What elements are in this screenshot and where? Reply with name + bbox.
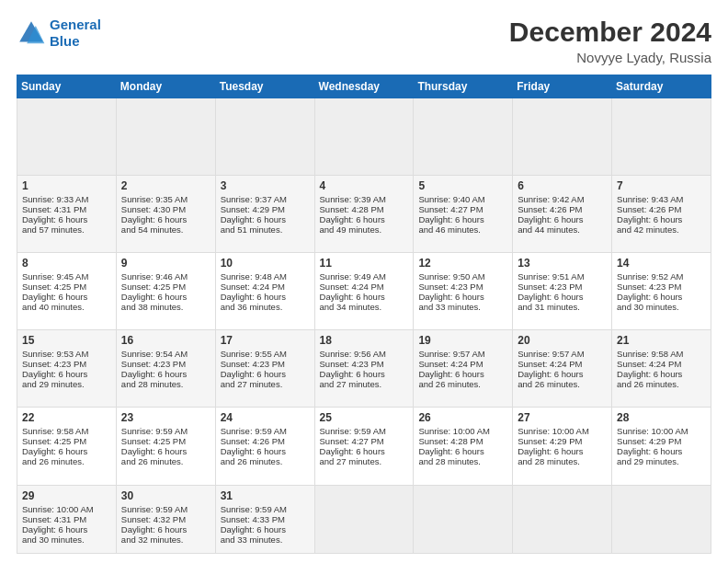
calendar-cell: 12Sunrise: 9:50 AMSunset: 4:23 PMDayligh… [414, 253, 513, 330]
calendar-header-row: SundayMondayTuesdayWednesdayThursdayFrid… [17, 75, 711, 98]
day-info-line: Sunset: 4:28 PM [320, 204, 409, 214]
day-info-line: and 31 minutes. [518, 302, 607, 312]
day-info-line: Sunset: 4:27 PM [418, 204, 507, 214]
calendar-cell: 9Sunrise: 9:46 AMSunset: 4:25 PMDaylight… [116, 253, 215, 330]
day-info-line: Sunrise: 9:37 AM [221, 194, 310, 204]
day-info-line: Sunset: 4:24 PM [418, 359, 507, 369]
calendar-cell [215, 98, 314, 176]
day-number: 31 [221, 489, 310, 502]
day-info-line: Sunset: 4:23 PM [22, 359, 111, 369]
day-number: 30 [121, 489, 210, 502]
day-info-line: Sunset: 4:31 PM [22, 204, 111, 214]
day-info-line: Daylight: 6 hours [320, 369, 409, 379]
day-info-line: and 42 minutes. [617, 224, 706, 235]
day-number: 28 [617, 411, 706, 424]
day-number: 11 [320, 257, 409, 270]
day-info-line: Sunset: 4:29 PM [221, 204, 310, 214]
logo-line2: Blue [50, 33, 80, 49]
calendar-cell: 3Sunrise: 9:37 AMSunset: 4:29 PMDaylight… [215, 176, 314, 253]
day-info-line: Daylight: 6 hours [221, 214, 310, 224]
logo-line1: General [50, 17, 101, 32]
day-info-line: Sunset: 4:23 PM [320, 359, 409, 369]
col-header-tuesday: Tuesday [215, 75, 314, 98]
day-info-line: and 33 minutes. [418, 302, 507, 312]
day-number: 1 [22, 179, 111, 192]
page: General Blue December 2024 Novyye Lyady,… [0, 0, 728, 563]
calendar-cell: 10Sunrise: 9:48 AMSunset: 4:24 PMDayligh… [215, 253, 314, 330]
day-info-line: Sunset: 4:25 PM [22, 436, 111, 446]
day-info-line: Sunrise: 9:48 AM [221, 271, 310, 282]
calendar-cell: 22Sunrise: 9:58 AMSunset: 4:25 PMDayligh… [17, 408, 117, 485]
day-number: 9 [121, 257, 210, 270]
day-info-line: Daylight: 6 hours [22, 524, 111, 534]
day-info-line: Sunrise: 9:39 AM [320, 194, 409, 204]
day-info-line: Daylight: 6 hours [320, 292, 409, 302]
calendar-cell [612, 485, 711, 553]
day-info-line: Daylight: 6 hours [418, 214, 507, 224]
day-number: 14 [617, 257, 706, 270]
logo: General Blue [17, 17, 101, 50]
day-info-line: and 26 minutes. [22, 456, 111, 466]
calendar-cell: 24Sunrise: 9:59 AMSunset: 4:26 PMDayligh… [215, 408, 314, 485]
day-info-line: and 34 minutes. [320, 302, 409, 312]
day-info-line: Daylight: 6 hours [121, 446, 210, 456]
calendar-cell: 11Sunrise: 9:49 AMSunset: 4:24 PMDayligh… [314, 253, 414, 330]
day-info-line: and 29 minutes. [22, 379, 111, 389]
day-number: 7 [617, 179, 706, 192]
day-info-line: Sunset: 4:23 PM [518, 282, 607, 292]
day-info-line: and 29 minutes. [617, 456, 706, 466]
calendar-cell: 8Sunrise: 9:45 AMSunset: 4:25 PMDaylight… [17, 253, 117, 330]
day-info-line: Sunrise: 10:00 AM [418, 426, 507, 436]
day-info-line: and 26 minutes. [121, 456, 210, 466]
day-info-line: Daylight: 6 hours [518, 214, 607, 224]
col-header-friday: Friday [513, 75, 612, 98]
calendar-cell: 21Sunrise: 9:58 AMSunset: 4:24 PMDayligh… [612, 330, 711, 408]
day-info-line: and 36 minutes. [221, 302, 310, 312]
calendar-cell [17, 98, 117, 176]
day-info-line: and 33 minutes. [221, 534, 310, 545]
calendar-cell: 16Sunrise: 9:54 AMSunset: 4:23 PMDayligh… [116, 330, 215, 408]
day-info-line: and 26 minutes. [518, 379, 607, 389]
day-info-line: Daylight: 6 hours [121, 524, 210, 534]
day-info-line: and 51 minutes. [221, 224, 310, 235]
day-info-line: Sunset: 4:29 PM [518, 436, 607, 446]
day-info-line: Sunset: 4:25 PM [22, 282, 111, 292]
day-info-line: Sunset: 4:23 PM [121, 359, 210, 369]
calendar-cell [314, 98, 414, 176]
calendar-cell: 14Sunrise: 9:52 AMSunset: 4:23 PMDayligh… [612, 253, 711, 330]
day-info-line: Daylight: 6 hours [221, 292, 310, 302]
calendar-cell [116, 98, 215, 176]
day-info-line: Sunset: 4:23 PM [418, 282, 507, 292]
day-info-line: Sunrise: 9:40 AM [418, 194, 507, 204]
day-info-line: Daylight: 6 hours [22, 446, 111, 456]
day-info-line: Sunrise: 9:45 AM [22, 271, 111, 282]
calendar-cell: 5Sunrise: 9:40 AMSunset: 4:27 PMDaylight… [414, 176, 513, 253]
calendar-row-4: 22Sunrise: 9:58 AMSunset: 4:25 PMDayligh… [17, 408, 711, 485]
day-info-line: Daylight: 6 hours [418, 292, 507, 302]
day-number: 12 [418, 257, 507, 270]
calendar-cell: 15Sunrise: 9:53 AMSunset: 4:23 PMDayligh… [17, 330, 117, 408]
calendar-cell: 17Sunrise: 9:55 AMSunset: 4:23 PMDayligh… [215, 330, 314, 408]
day-info-line: and 57 minutes. [22, 224, 111, 235]
calendar-cell [513, 98, 612, 176]
day-number: 23 [121, 411, 210, 424]
day-number: 15 [22, 334, 111, 347]
day-info-line: Sunrise: 9:55 AM [221, 349, 310, 359]
day-info-line: Sunrise: 10:00 AM [518, 426, 607, 436]
day-info-line: Sunset: 4:29 PM [617, 436, 706, 446]
day-info-line: Sunset: 4:26 PM [221, 436, 310, 446]
calendar-cell: 19Sunrise: 9:57 AMSunset: 4:24 PMDayligh… [414, 330, 513, 408]
day-info-line: and 28 minutes. [418, 456, 507, 466]
day-number: 27 [518, 411, 607, 424]
col-header-sunday: Sunday [17, 75, 117, 98]
calendar-cell: 18Sunrise: 9:56 AMSunset: 4:23 PMDayligh… [314, 330, 414, 408]
day-info-line: Daylight: 6 hours [418, 446, 507, 456]
calendar-cell: 7Sunrise: 9:43 AMSunset: 4:26 PMDaylight… [612, 176, 711, 253]
day-number: 29 [22, 489, 111, 502]
day-info-line: and 28 minutes. [121, 379, 210, 389]
day-info-line: Sunrise: 10:00 AM [22, 504, 111, 514]
day-info-line: and 40 minutes. [22, 302, 111, 312]
day-number: 13 [518, 257, 607, 270]
day-number: 21 [617, 334, 706, 347]
day-number: 22 [22, 411, 111, 424]
